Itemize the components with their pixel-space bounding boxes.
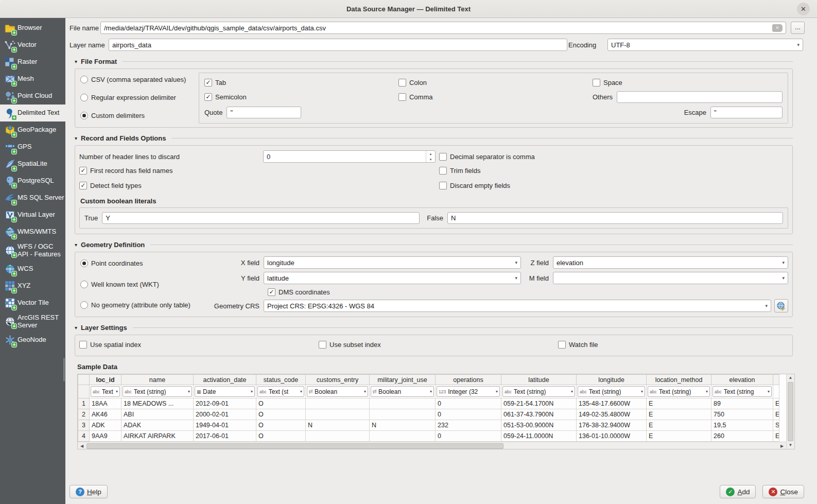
sidebar-item-spatialite[interactable]: +SpatiaLite xyxy=(0,155,65,172)
file-name-input[interactable]: /media/delazj/TRAVAIL/dev/github/qgis_sa… xyxy=(100,22,786,34)
column-header-status-code[interactable]: status_code xyxy=(256,375,306,385)
add-button[interactable]: ✓Add xyxy=(720,485,756,498)
field-type-select[interactable]: t/fBoolean▾ xyxy=(307,386,368,397)
field-type-select[interactable]: abcText (string▾ xyxy=(712,386,772,397)
table-cell[interactable]: 18AA xyxy=(90,398,121,409)
table-cell[interactable]: 2000-02-01 xyxy=(194,409,256,420)
table-cell[interactable]: N xyxy=(306,420,370,431)
sidebar-item-vector-tile[interactable]: +Vector Tile xyxy=(0,294,65,311)
table-cell[interactable] xyxy=(306,398,370,409)
table-cell[interactable] xyxy=(370,398,436,409)
field-type-select[interactable]: ▦Date▾ xyxy=(195,386,255,397)
table-cell[interactable]: O xyxy=(256,398,306,409)
collapse-triangle-icon[interactable]: ▾ xyxy=(75,325,77,331)
table-cell[interactable]: 260 xyxy=(711,431,773,442)
radio-custom-delimiters[interactable]: Custom delimiters xyxy=(80,112,199,119)
sidebar-item-vector[interactable]: +Vector xyxy=(0,37,65,54)
spinner-arrows[interactable]: ▴▾ xyxy=(426,151,435,162)
sidebar-item-delimited-text[interactable]: +Delimited Text xyxy=(0,105,65,121)
table-cell[interactable]: ABI xyxy=(121,409,194,420)
table-cell[interactable]: ADAK xyxy=(121,420,194,431)
collapse-triangle-icon[interactable]: ▾ xyxy=(75,242,77,248)
sidebar-item-postgresql[interactable]: +PostgreSQL xyxy=(0,172,65,189)
table-cell[interactable]: 9AA9 xyxy=(90,431,121,442)
sidebar-item-wfs-ogc-api-features[interactable]: +WFS / OGC API - Features xyxy=(0,240,65,260)
sidebar-item-virtual-layer[interactable]: +Virtual Layer xyxy=(0,206,65,223)
sidebar-item-geopackage[interactable]: +GeoPackage xyxy=(0,121,65,138)
table-cell[interactable]: 059-21-54.1700N xyxy=(501,398,577,409)
checkbox-dms-coordinates[interactable]: ✓DMS coordinates xyxy=(268,288,330,296)
table-cell[interactable]: 19,5 xyxy=(711,420,773,431)
checkbox-semicolon[interactable]: ✓Semicolon xyxy=(204,93,247,101)
false-literal-input[interactable]: N xyxy=(447,212,783,224)
table-cell[interactable] xyxy=(370,409,436,420)
sidebar-item-mesh[interactable]: +Mesh xyxy=(0,71,65,88)
clear-filename-icon[interactable]: ✕ xyxy=(772,24,783,32)
true-literal-input[interactable]: Y xyxy=(102,212,420,224)
sidebar-item-geonode[interactable]: +GeoNode xyxy=(0,332,65,349)
checkbox-use-subset-index[interactable]: Use subset index xyxy=(319,341,381,349)
vertical-scrollbar[interactable]: ▲ ▼ xyxy=(786,374,794,449)
collapse-triangle-icon[interactable]: ▾ xyxy=(75,59,77,64)
table-cell[interactable]: E xyxy=(647,431,711,442)
table-cell[interactable] xyxy=(306,431,370,442)
field-type-select[interactable]: abcText (string)▾ xyxy=(502,386,575,397)
table-cell[interactable] xyxy=(370,431,436,442)
sidebar-scrollbar[interactable] xyxy=(63,358,65,381)
table-cell[interactable]: 18 MEADOWS ... xyxy=(121,398,194,409)
table-cell[interactable] xyxy=(306,409,370,420)
table-cell[interactable]: O xyxy=(256,420,306,431)
field-type-select[interactable]: abcText (string)▾ xyxy=(648,386,710,397)
help-button[interactable]: ?Help xyxy=(69,485,108,498)
table-cell[interactable]: 051-53-00.9000N xyxy=(501,420,577,431)
table-cell[interactable]: 149-02-35.4800W xyxy=(577,409,647,420)
checkbox-detect-field-types[interactable]: ✓Detect field types xyxy=(79,182,142,189)
table-cell[interactable]: E xyxy=(647,420,711,431)
table-cell[interactable]: 2012-09-01 xyxy=(194,398,256,409)
column-header-location-method[interactable]: location_method xyxy=(647,375,711,385)
layer-name-input[interactable]: airports_data xyxy=(109,39,567,51)
escape-input[interactable]: " xyxy=(710,107,783,118)
table-cell[interactable]: 061-37-43.7900N xyxy=(501,409,577,420)
checkbox-space[interactable]: Space xyxy=(593,79,622,86)
column-header-loc-id[interactable]: loc_id xyxy=(90,375,121,385)
radio-point-coordinates[interactable]: Point coordinates xyxy=(80,259,212,267)
quote-input[interactable]: " xyxy=(227,107,301,118)
column-header-longitude[interactable]: longitude xyxy=(577,375,647,385)
table-cell[interactable]: 750 xyxy=(711,409,773,420)
table-cell[interactable]: 1949-04-01 xyxy=(194,420,256,431)
table-cell[interactable]: O xyxy=(256,409,306,420)
sidebar-item-xyz[interactable]: +XYZ xyxy=(0,277,65,294)
field-type-select[interactable]: abcText (st▾ xyxy=(257,386,304,397)
select-crs-button[interactable] xyxy=(774,299,788,312)
sidebar-item-wms-wmts[interactable]: +WMS/WMTS xyxy=(0,223,65,240)
encoding-select[interactable]: UTF-8▾ xyxy=(607,39,803,51)
sidebar-item-arcgis-rest-server[interactable]: +ArcGIS REST Server xyxy=(0,311,65,332)
table-cell[interactable]: AK46 xyxy=(90,409,121,420)
column-header-customs-entry[interactable]: customs_entry xyxy=(306,375,370,385)
table-cell[interactable]: E xyxy=(647,409,711,420)
row-number-cell[interactable]: 2 xyxy=(78,409,90,420)
table-cell[interactable]: 135-48-17.6600W xyxy=(577,398,647,409)
x-field-select[interactable]: longitude▾ xyxy=(264,256,521,269)
sidebar-item-point-cloud[interactable]: +Point Cloud xyxy=(0,88,65,105)
sidebar-item-browser[interactable]: +Browser xyxy=(0,20,65,37)
field-type-select[interactable]: 123Integer (32▾ xyxy=(437,386,500,397)
others-input[interactable] xyxy=(617,91,783,103)
field-type-select[interactable]: abcText (string)▾ xyxy=(123,386,192,397)
y-field-select[interactable]: latitude▾ xyxy=(264,272,521,284)
field-type-select[interactable]: abcText▾ xyxy=(91,386,120,397)
column-header-military-joint-use[interactable]: military_joint_use xyxy=(370,375,436,385)
field-type-select[interactable]: abcText (string)▾ xyxy=(578,386,645,397)
radio-csv-comma-separated-values[interactable]: CSV (comma separated values) xyxy=(80,76,199,83)
table-cell[interactable]: ADK xyxy=(90,420,121,431)
table-cell[interactable]: 136-01-10.0000W xyxy=(577,431,647,442)
sidebar-item-wcs[interactable]: +WCS xyxy=(0,260,65,277)
row-number-cell[interactable]: 1 xyxy=(78,398,90,409)
horizontal-scrollbar[interactable]: ◀ ▶ xyxy=(78,442,786,449)
table-cell[interactable]: 0 xyxy=(436,409,501,420)
window-close-icon[interactable]: ✕ xyxy=(797,3,810,15)
sidebar-item-gps[interactable]: +GPS xyxy=(0,138,65,155)
column-header-latitude[interactable]: latitude xyxy=(501,375,577,385)
m-field-select[interactable]: ▾ xyxy=(553,272,788,284)
